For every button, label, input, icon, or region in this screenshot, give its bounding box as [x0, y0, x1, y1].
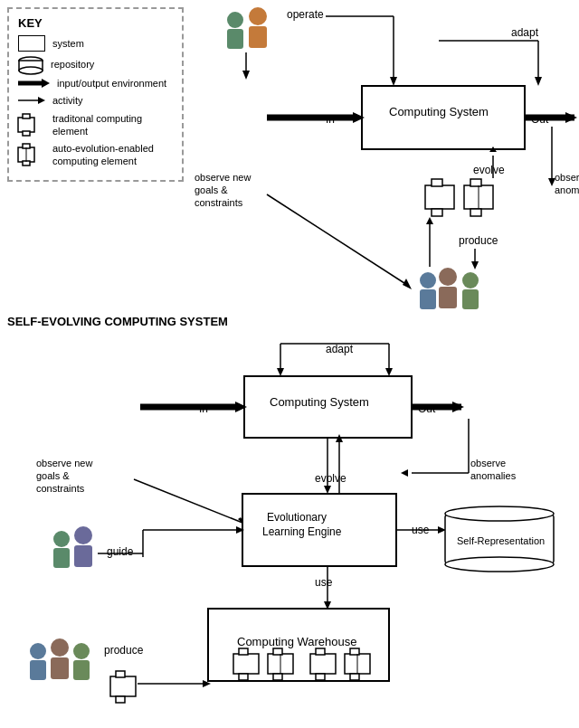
- svg-marker-24: [535, 77, 542, 86]
- svg-rect-113: [30, 660, 46, 680]
- svg-rect-110: [350, 674, 359, 680]
- svg-text:constraints: constraints: [195, 197, 243, 208]
- svg-rect-105: [310, 654, 336, 674]
- svg-rect-100: [239, 674, 248, 680]
- svg-rect-34: [425, 185, 454, 209]
- svg-rect-8: [23, 114, 30, 118]
- svg-rect-48: [439, 287, 457, 308]
- adapt-label-top: adapt: [511, 26, 539, 39]
- key-row-activity: activity: [18, 94, 173, 107]
- self-rep-label: Self-Representation: [457, 535, 545, 546]
- observe-anomalies-top: observe: [555, 172, 579, 183]
- repo-label: repository: [51, 58, 94, 71]
- key-row-auto: auto-evolution-enabled computing element: [18, 142, 173, 168]
- svg-point-49: [462, 272, 479, 288]
- svg-marker-61: [385, 368, 393, 376]
- svg-rect-39: [470, 209, 481, 216]
- svg-rect-99: [239, 648, 248, 655]
- warehouse-label: Computing Warehouse: [237, 635, 356, 648]
- svg-text:goals &: goals &: [195, 184, 228, 195]
- svg-rect-115: [51, 657, 69, 679]
- svg-point-84: [74, 526, 92, 544]
- section-title: SELF-EVOLVING COMPUTING SYSTEM: [7, 315, 228, 328]
- system-label: system: [52, 37, 84, 50]
- activity-arrow-icon: [18, 95, 45, 106]
- svg-marker-6: [38, 97, 45, 104]
- observe-anomalies-bottom: observe: [470, 458, 506, 468]
- svg-rect-102: [273, 648, 282, 655]
- adapt-label-bottom: adapt: [326, 343, 354, 355]
- svg-rect-107: [316, 674, 325, 680]
- observe-new-bottom: observe new: [36, 458, 92, 468]
- svg-point-82: [53, 531, 70, 547]
- svg-rect-117: [73, 660, 90, 680]
- svg-rect-83: [53, 548, 70, 568]
- produce-label-bottom: produce: [104, 644, 144, 657]
- top-diagram: operate adapt Computing System In Out ev…: [185, 0, 579, 307]
- auto-element-icon: [18, 144, 45, 165]
- svg-rect-120: [116, 696, 125, 703]
- svg-marker-31: [565, 112, 577, 123]
- svg-point-93: [445, 506, 554, 521]
- key-title: KEY: [18, 16, 173, 30]
- observe-new-label-top: observe new: [195, 172, 251, 183]
- svg-rect-7: [18, 118, 34, 132]
- auto-label: auto-evolution-enabled computing element: [52, 142, 173, 168]
- svg-rect-85: [74, 545, 92, 567]
- svg-marker-44: [426, 217, 433, 224]
- key-row-trad: traditonal computing element: [18, 112, 173, 138]
- svg-point-14: [227, 12, 243, 28]
- svg-rect-50: [462, 289, 479, 309]
- svg-text:constraints: constraints: [36, 483, 85, 494]
- svg-point-94: [445, 557, 554, 572]
- key-row-io: input/output environment: [18, 77, 173, 90]
- svg-rect-98: [233, 654, 259, 674]
- svg-point-2: [19, 67, 43, 74]
- svg-rect-109: [350, 648, 359, 655]
- svg-rect-38: [470, 179, 481, 186]
- trad-label: traditonal computing element: [52, 112, 173, 138]
- svg-marker-22: [390, 77, 397, 86]
- svg-marker-68: [452, 402, 464, 412]
- svg-rect-106: [316, 648, 325, 655]
- svg-point-16: [249, 7, 267, 25]
- svg-line-71: [134, 479, 242, 523]
- system-icon: [18, 35, 45, 52]
- svg-marker-42: [471, 261, 479, 269]
- svg-point-47: [439, 268, 457, 286]
- svg-text:anomalies: anomalies: [470, 470, 517, 481]
- svg-marker-4: [42, 79, 50, 88]
- ele-label-line1: Evolutionary: [267, 511, 327, 524]
- svg-rect-15: [227, 29, 243, 49]
- svg-line-53: [267, 194, 407, 285]
- svg-rect-35: [432, 179, 442, 186]
- repo-icon: [18, 56, 43, 72]
- svg-rect-46: [420, 289, 436, 309]
- operate-label: operate: [287, 8, 324, 21]
- ele-label-line2: Learning Engine: [262, 525, 342, 538]
- svg-rect-103: [273, 674, 282, 680]
- use-label-bottom: use: [315, 576, 333, 589]
- computing-system-label-top: Computing System: [389, 105, 489, 118]
- io-arrow-icon: [18, 77, 50, 90]
- svg-marker-76: [401, 469, 408, 477]
- key-row-repo: repository: [18, 56, 173, 72]
- svg-point-112: [30, 643, 46, 659]
- svg-point-114: [51, 638, 69, 657]
- io-label: input/output environment: [57, 77, 166, 90]
- svg-text:anomalies: anomalies: [555, 184, 579, 195]
- svg-marker-54: [403, 279, 412, 289]
- guide-label: guide: [107, 545, 134, 558]
- svg-rect-9: [23, 131, 30, 136]
- svg-rect-119: [116, 671, 125, 677]
- svg-rect-118: [110, 676, 136, 696]
- bottom-diagram: adapt Computing System In Out observe ne…: [0, 333, 579, 728]
- svg-point-116: [73, 643, 90, 659]
- evolve-label-bottom: evolve: [315, 472, 346, 485]
- svg-point-45: [420, 272, 436, 288]
- svg-text:goals &: goals &: [36, 470, 70, 481]
- computing-system-label-bottom: Computing System: [270, 395, 369, 409]
- svg-marker-19: [242, 71, 250, 80]
- key-row-system: system: [18, 35, 173, 52]
- trad-element-icon: [18, 114, 45, 136]
